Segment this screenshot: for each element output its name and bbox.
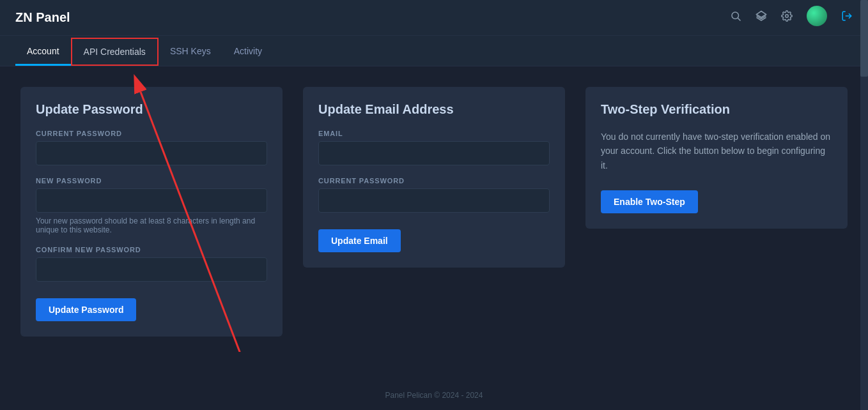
two-step-card: Two-Step Verification You do not current… xyxy=(585,87,848,229)
enable-two-step-button[interactable]: Enable Two-Step xyxy=(601,190,698,213)
confirm-password-label: CONFIRM NEW PASSWORD xyxy=(36,246,267,254)
update-password-card: Update Password CURRENT PASSWORD NEW PAS… xyxy=(20,87,283,337)
current-password-group: CURRENT PASSWORD xyxy=(36,130,267,165)
email-group: EMAIL xyxy=(318,130,550,165)
tab-activity[interactable]: Activity xyxy=(222,38,274,66)
scrollbar-track xyxy=(860,0,868,410)
update-password-button[interactable]: Update Password xyxy=(36,298,136,321)
footer: Panel Pelican © 2024 - 2024 xyxy=(0,381,868,410)
two-step-title: Two-Step Verification xyxy=(601,102,832,117)
email-label: EMAIL xyxy=(318,130,550,137)
gear-icon[interactable] xyxy=(781,10,793,25)
tab-api-credentials[interactable]: API Credentials xyxy=(71,38,159,66)
svg-line-1 xyxy=(738,18,740,20)
email-current-password-input[interactable] xyxy=(318,188,550,213)
user-avatar xyxy=(807,6,827,26)
update-email-title: Update Email Address xyxy=(318,102,550,117)
tab-account[interactable]: Account xyxy=(15,38,71,66)
new-password-input[interactable] xyxy=(36,188,267,213)
current-password-input[interactable] xyxy=(36,141,267,165)
topbar: ZN Panel xyxy=(0,0,868,36)
email-current-password-group: CURRENT PASSWORD xyxy=(318,177,550,213)
footer-text: Panel Pelican © 2024 - 2024 xyxy=(385,391,483,400)
layers-icon[interactable] xyxy=(756,10,767,25)
email-current-password-label: CURRENT PASSWORD xyxy=(318,177,550,185)
update-email-card: Update Email Address EMAIL CURRENT PASSW… xyxy=(303,87,565,268)
main-content: Update Password CURRENT PASSWORD NEW PAS… xyxy=(0,66,868,352)
avatar[interactable] xyxy=(807,6,827,29)
new-password-hint: Your new password should be at least 8 c… xyxy=(36,216,267,234)
app-title: ZN Panel xyxy=(15,10,70,25)
svg-point-3 xyxy=(786,15,789,18)
confirm-password-input[interactable] xyxy=(36,257,267,282)
update-password-title: Update Password xyxy=(36,102,267,117)
svg-point-0 xyxy=(732,12,739,19)
search-icon[interactable] xyxy=(730,10,741,25)
scrollbar-thumb[interactable] xyxy=(860,0,868,77)
current-password-label: CURRENT PASSWORD xyxy=(36,130,267,137)
update-email-button[interactable]: Update Email xyxy=(318,229,401,252)
tabbar: Account API Credentials SSH Keys Activit… xyxy=(0,36,868,66)
logout-icon[interactable] xyxy=(841,10,853,25)
new-password-label: NEW PASSWORD xyxy=(36,177,267,185)
email-input[interactable] xyxy=(318,141,550,165)
topbar-icons xyxy=(730,6,853,29)
tab-ssh-keys[interactable]: SSH Keys xyxy=(159,38,222,66)
new-password-group: NEW PASSWORD Your new password should be… xyxy=(36,177,267,234)
two-step-description: You do not currently have two-step verif… xyxy=(601,130,832,172)
confirm-password-group: CONFIRM NEW PASSWORD xyxy=(36,246,267,282)
